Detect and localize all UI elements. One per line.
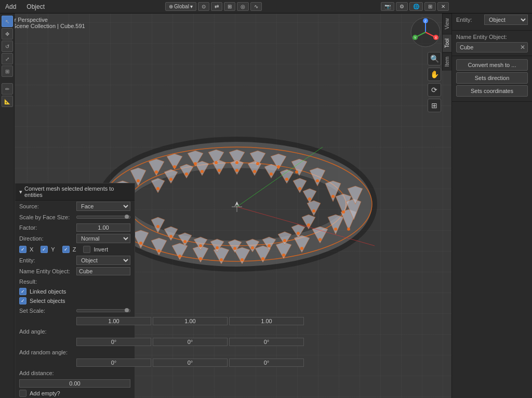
- svg-point-85: [185, 173, 188, 176]
- svg-point-76: [220, 258, 223, 261]
- tab-item[interactable]: Item: [443, 52, 451, 71]
- sets-coordinates-btn[interactable]: Sets coordinates: [456, 85, 528, 97]
- move-tool-btn[interactable]: ✥: [2, 28, 13, 39]
- name-entity-input[interactable]: [457, 43, 518, 52]
- svg-point-96: [169, 235, 172, 238]
- left-toolbar: ↖ ✥ ↺ ⤢ ⊞ ✏ 📐: [0, 14, 15, 398]
- proportional-btn[interactable]: ◎: [237, 2, 249, 11]
- set-scale-label-row: Set Scale:: [15, 306, 135, 316]
- direction-dropdown[interactable]: Normal Custom: [76, 234, 130, 243]
- select-tool-btn[interactable]: ↖: [2, 16, 13, 27]
- close-app-btn[interactable]: ✕: [437, 2, 449, 11]
- svg-point-63: [235, 161, 238, 164]
- menu-object[interactable]: Object: [21, 1, 50, 12]
- online-btn[interactable]: 🌐: [409, 2, 423, 11]
- layout-btn[interactable]: ⊞: [424, 2, 436, 11]
- angle-z-input[interactable]: [229, 338, 304, 346]
- svg-point-75: [199, 257, 202, 260]
- source-label: Source:: [19, 203, 76, 209]
- svg-point-72: [139, 242, 142, 245]
- rangle-z-input[interactable]: [229, 359, 304, 367]
- svg-marker-37: [264, 164, 278, 178]
- scale-face-slider[interactable]: [76, 216, 130, 219]
- set-scale-slider[interactable]: [76, 309, 130, 312]
- settings-btn[interactable]: ⚙: [396, 2, 408, 11]
- svg-point-93: [308, 197, 311, 201]
- invert-checkbox[interactable]: [83, 246, 90, 253]
- sets-direction-btn[interactable]: Sets direction: [456, 72, 528, 84]
- distance-row: Add distance:: [15, 368, 135, 378]
- rotate-tool-btn[interactable]: ↺: [2, 41, 13, 52]
- pivot-btn[interactable]: ⊙: [198, 2, 209, 11]
- x-checkbox[interactable]: ✓: [19, 246, 26, 253]
- tab-view[interactable]: View: [443, 14, 451, 34]
- linked-label: Linked objects: [30, 288, 66, 295]
- svg-point-90: [270, 173, 273, 176]
- source-dropdown[interactable]: Face Edge Vertex: [76, 202, 130, 211]
- snap-btn[interactable]: ⊞: [224, 2, 235, 11]
- rangle-x-input[interactable]: [76, 359, 151, 367]
- extra-btn1[interactable]: ∿: [250, 2, 262, 11]
- factor-input[interactable]: [76, 223, 130, 232]
- svg-point-91: [285, 178, 288, 181]
- svg-marker-41: [307, 201, 321, 216]
- svg-marker-30: [151, 178, 165, 193]
- factor-label: Factor:: [19, 224, 76, 231]
- scale-face-label: Scale by Face Size:: [19, 214, 76, 220]
- operator-panel-header[interactable]: ▾ Convert mesh selected elements to enti…: [15, 183, 135, 201]
- clear-name-btn[interactable]: ✕: [518, 43, 527, 52]
- svg-point-86: [201, 170, 204, 173]
- svg-point-92: [298, 187, 301, 190]
- viewport-controls: 🔍 ✋ ⟳ ⊞: [428, 52, 441, 112]
- svg-point-103: [283, 239, 286, 242]
- entity-dropdown[interactable]: Object: [484, 15, 528, 25]
- scale-values-row: [15, 316, 135, 326]
- distance-label: Add distance:: [19, 370, 76, 376]
- operator-collapse-icon: ▾: [19, 189, 22, 195]
- name-section: Name Entity Object: ✕: [452, 31, 532, 56]
- svg-point-89: [253, 170, 256, 173]
- angle-y-input[interactable]: [153, 338, 228, 346]
- angle-x-input[interactable]: [76, 338, 151, 346]
- menu-add[interactable]: Add: [0, 1, 21, 12]
- result-row: Result:: [15, 276, 135, 287]
- right-panel-tabs: View Tool Item: [442, 14, 451, 71]
- scale-z-input[interactable]: [229, 317, 304, 325]
- select-checkbox[interactable]: ✓: [19, 297, 26, 304]
- rangle-y-input[interactable]: [153, 359, 228, 367]
- orbit-btn[interactable]: ⟳: [428, 83, 441, 97]
- transform-tool-btn[interactable]: ⊞: [2, 65, 13, 77]
- op-name-label: Name Entity Object:: [19, 268, 76, 274]
- operator-title: Convert mesh selected elements to entiti…: [24, 185, 130, 198]
- mode-selector[interactable]: ⊕ Global ▾: [165, 2, 196, 11]
- angle-triple: [76, 338, 304, 346]
- convert-mesh-btn[interactable]: Convert mesh to ...: [456, 59, 528, 71]
- scale-x-input[interactable]: [76, 317, 151, 325]
- angle-values-row: [15, 337, 135, 347]
- grid-toggle-btn[interactable]: ⊞: [428, 99, 441, 112]
- render-btn[interactable]: 📷: [381, 2, 394, 11]
- entity-row: Entity: Object: [456, 15, 528, 25]
- empty-checkbox[interactable]: [19, 390, 26, 397]
- tab-tool[interactable]: Tool: [443, 34, 451, 52]
- svg-point-68: [331, 195, 335, 198]
- y-checkbox[interactable]: ✓: [41, 246, 48, 253]
- op-entity-dropdown[interactable]: Object: [76, 256, 130, 265]
- transform-btn[interactable]: ⇄: [211, 2, 222, 11]
- svg-point-100: [233, 247, 236, 250]
- scale-tool-btn[interactable]: ⤢: [2, 53, 13, 64]
- svg-point-62: [215, 161, 218, 164]
- select-row: ✓ Select objects: [15, 296, 135, 306]
- zoom-to-fit-btn[interactable]: 🔍: [428, 52, 441, 65]
- scale-y-input[interactable]: [153, 317, 228, 325]
- svg-point-65: [277, 165, 280, 168]
- z-checkbox[interactable]: ✓: [62, 246, 70, 253]
- measure-tool-btn[interactable]: 📐: [2, 96, 13, 107]
- svg-point-59: [155, 170, 158, 174]
- annotate-tool-btn[interactable]: ✏: [2, 83, 13, 95]
- linked-checkbox[interactable]: ✓: [19, 288, 26, 295]
- rangle-triple: [76, 359, 304, 367]
- pan-btn[interactable]: ✋: [428, 68, 441, 81]
- distance-input[interactable]: [19, 379, 130, 388]
- op-name-input[interactable]: [76, 267, 130, 275]
